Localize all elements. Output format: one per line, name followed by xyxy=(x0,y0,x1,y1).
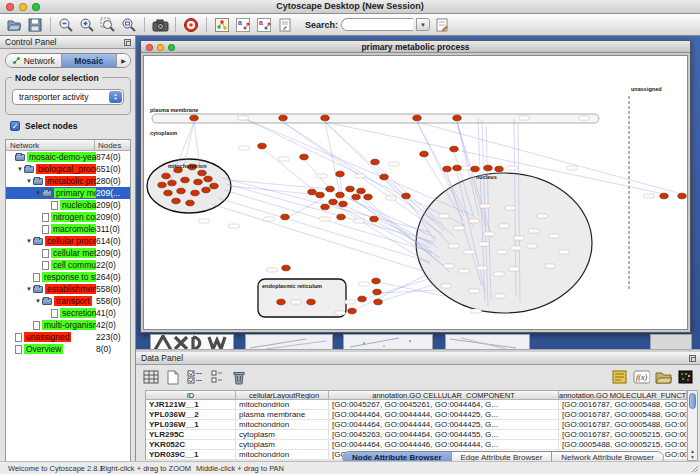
graph-node[interactable] xyxy=(168,180,176,186)
network-view-window[interactable]: primary metabolic process plasma membran… xyxy=(140,40,691,333)
graph-node[interactable] xyxy=(370,216,378,222)
attribute-table-icon[interactable] xyxy=(142,369,159,386)
tree-row[interactable]: unassigned223(0) xyxy=(6,331,130,343)
graph-node[interactable] xyxy=(364,194,372,200)
node-color-dropdown[interactable]: transporter activity ▲▼ xyxy=(12,89,124,105)
notes-icon[interactable] xyxy=(611,369,628,386)
graph-node[interactable] xyxy=(321,204,329,210)
graph-node[interactable] xyxy=(453,115,461,121)
graph-node[interactable] xyxy=(191,190,199,196)
scrollbar-thumb[interactable] xyxy=(689,393,696,409)
zoom-out-icon[interactable] xyxy=(57,16,75,34)
zoom-in-icon[interactable] xyxy=(78,16,96,34)
graph-node[interactable] xyxy=(373,289,381,295)
expand-arrow-icon[interactable]: ▼ xyxy=(25,286,33,292)
zoom-selected-icon[interactable] xyxy=(99,16,117,34)
graph-node[interactable] xyxy=(198,170,206,176)
tree-row[interactable]: nucleobase-209(0) xyxy=(6,199,130,211)
formula-builder-icon[interactable]: f(x) xyxy=(633,369,650,386)
graph-node[interactable] xyxy=(371,159,379,165)
table-row[interactable]: YKR052Ccytoplasm[GO:0044464, GO:0044446,… xyxy=(146,440,687,450)
network-image-icon[interactable] xyxy=(213,16,231,34)
open-session-icon[interactable] xyxy=(5,16,23,34)
graph-node[interactable] xyxy=(402,193,410,199)
select-nodes-checkbox[interactable]: ✓ xyxy=(10,121,20,131)
help-lifesaver-icon[interactable] xyxy=(182,16,200,34)
graph-node[interactable] xyxy=(204,176,212,182)
graph-node[interactable] xyxy=(158,182,166,188)
resize-grip[interactable] xyxy=(690,464,699,473)
graph-node[interactable] xyxy=(172,198,180,204)
graph-node[interactable] xyxy=(453,165,461,171)
graph-node[interactable] xyxy=(495,166,503,172)
tree-row[interactable]: cellular metabo209(0) xyxy=(6,247,130,259)
graph-node[interactable] xyxy=(282,265,290,271)
select-attributes-icon[interactable] xyxy=(186,369,203,386)
graph-node[interactable] xyxy=(380,174,388,180)
graph-node[interactable] xyxy=(346,186,354,192)
graph-node[interactable] xyxy=(329,199,337,205)
graph-node[interactable] xyxy=(326,186,334,192)
graph-node[interactable] xyxy=(413,115,421,121)
tree-row[interactable]: ▼primary metabo209(... xyxy=(6,187,130,199)
tree-row[interactable]: ▼biological_process651(0) xyxy=(6,163,130,175)
graph-node[interactable] xyxy=(258,143,266,149)
float-panel-icon[interactable] xyxy=(124,39,131,46)
graph-node[interactable] xyxy=(316,192,324,198)
tree-row[interactable]: macromolecule311(0) xyxy=(6,223,130,235)
background-window-fragment[interactable] xyxy=(650,334,692,350)
graph-node[interactable] xyxy=(281,214,289,220)
expand-arrow-icon[interactable]: ▼ xyxy=(25,178,33,184)
graph-node[interactable] xyxy=(374,299,382,305)
plasma-membrane-region[interactable] xyxy=(152,114,599,123)
graph-node[interactable] xyxy=(190,115,198,121)
import-annotation-icon[interactable] xyxy=(276,16,294,34)
table-row[interactable]: YPL036W__1mitochondrion[GO:0044464, GO:0… xyxy=(146,420,687,430)
graph-node[interactable] xyxy=(358,296,366,302)
tree-row[interactable]: ▼establishment of lo558(0) xyxy=(6,283,130,295)
tree-row[interactable]: secretion41(0) xyxy=(6,307,130,319)
save-session-icon[interactable] xyxy=(26,16,44,34)
tab-overflow-button[interactable]: ▶ xyxy=(117,54,130,67)
table-column-header[interactable]: _cellularLayoutRegion xyxy=(236,391,329,399)
graph-node[interactable] xyxy=(357,188,365,194)
graph-node[interactable] xyxy=(300,154,308,160)
tree-row[interactable]: ▼metabolic process280(0) xyxy=(6,175,130,187)
nucleus-region[interactable] xyxy=(416,173,592,313)
graph-node[interactable] xyxy=(348,308,356,314)
matrix-icon[interactable] xyxy=(677,369,694,386)
graph-node[interactable] xyxy=(162,173,170,179)
search-edit-icon[interactable] xyxy=(433,16,451,34)
tree-column-network[interactable]: Network xyxy=(6,140,95,150)
table-row[interactable]: YJR121W__1mitochondrion[GO:0045267, GO:0… xyxy=(146,400,687,410)
graph-node[interactable] xyxy=(336,192,344,198)
graph-node[interactable] xyxy=(307,299,315,305)
background-window-fragment[interactable] xyxy=(245,334,333,350)
table-scrollbar[interactable]: ▲▼ xyxy=(687,390,698,461)
tree-row[interactable]: ▼cellular process614(0) xyxy=(6,235,130,247)
snapshot-camera-icon[interactable] xyxy=(151,16,169,34)
graph-node[interactable] xyxy=(337,214,345,220)
expand-arrow-icon[interactable]: ▼ xyxy=(25,238,33,244)
graph-node[interactable] xyxy=(186,200,194,206)
background-window-fragment[interactable] xyxy=(445,334,530,350)
graph-node[interactable] xyxy=(660,193,668,199)
tab-network[interactable]: Network xyxy=(6,54,62,67)
new-attribute-icon[interactable] xyxy=(164,369,181,386)
scrollbar-arrows-icon[interactable]: ▲▼ xyxy=(688,448,697,460)
table-column-header[interactable]: ID xyxy=(146,391,236,399)
background-window-thumbnail[interactable] xyxy=(150,334,234,350)
zoom-fit-icon[interactable] xyxy=(120,16,138,34)
tree-row[interactable]: Overview8(0) xyxy=(6,343,130,355)
graph-node[interactable] xyxy=(352,194,360,200)
tree-row[interactable]: response to stimulu264(0) xyxy=(6,271,130,283)
tree-row[interactable]: nitrogen compo209(0) xyxy=(6,211,130,223)
graph-node[interactable] xyxy=(450,146,458,152)
search-dropdown-arrow[interactable]: ▼ xyxy=(416,18,430,31)
graph-node[interactable] xyxy=(277,299,285,305)
graph-node[interactable] xyxy=(279,115,287,121)
search-input[interactable] xyxy=(341,18,413,31)
graph-node[interactable] xyxy=(321,115,329,121)
graph-node[interactable] xyxy=(339,201,347,207)
tree-row[interactable]: mosaic-demo-yeast874(0) xyxy=(6,151,130,163)
